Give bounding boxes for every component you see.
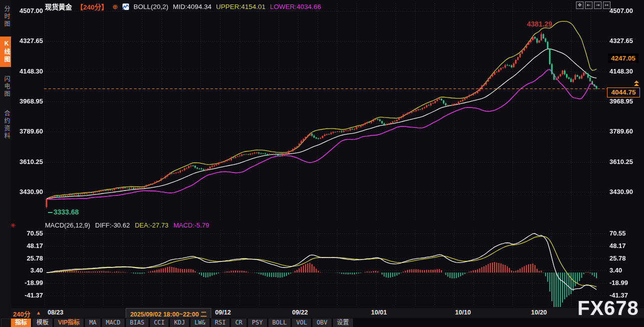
chart-header: 现货黄金 【240分】 ⊕ BOLL(20,2) MID:4094.34 UPP…	[45, 2, 321, 12]
left-sidebar: 分时图K线图闪电图合约资料	[0, 0, 11, 327]
toolbar-button[interactable]: MA	[85, 318, 100, 327]
price-macd-chart-canvas[interactable]	[0, 0, 644, 308]
timeframe-label: 【240分】	[76, 2, 108, 12]
toolbar-button[interactable]: MACD	[102, 318, 124, 327]
last-price-box: 4044.75	[607, 88, 640, 98]
window-controls: ✥⇤⇥↦	[576, 2, 610, 9]
indicator-toolbar: 指标模板VIP指标MAMACDBIASCCIKDJLW&RSICRPSYBOLL…	[11, 318, 644, 327]
toolbar-button[interactable]: CR	[231, 318, 246, 327]
fit-right-icon[interactable]: ⇥	[594, 2, 602, 9]
high-price-annotation: 4381.29	[527, 20, 552, 28]
toolbar-button[interactable]: 设置	[333, 318, 353, 327]
boll-params: BOLL(20,2)	[134, 3, 168, 10]
macd-header: MACD(26,12,9) DIFF:-30.62 DEA:-27.73 MAC…	[45, 222, 209, 229]
toolbar-button[interactable]: RSI	[211, 318, 230, 327]
boll-upper-value: UPPER:4154.01	[216, 3, 266, 10]
chart-application: 分时图K线图闪电图合约资料 现货黄金 【240分】 ⊕ BOLL(20,2) M…	[0, 0, 644, 327]
fit-left-icon[interactable]: ⇤	[585, 2, 592, 9]
toolbar-button[interactable]: LW&	[190, 318, 210, 327]
shift-right-icon[interactable]: ↦	[603, 2, 610, 9]
prev-settle-price-label: 4247.05	[608, 54, 638, 63]
fx678-watermark: FX678	[578, 297, 639, 320]
xaxis-strip: 240分 ▲ 2025/09/02 18:00~22:00 二 08/2309/…	[11, 308, 644, 318]
date-tick-label: 10/01	[371, 309, 386, 316]
macd-dea-value: DEA:-27.73	[135, 222, 168, 229]
toolbar-button[interactable]: BOLL	[268, 318, 291, 327]
toolbar-button[interactable]: VOL	[292, 318, 311, 327]
toolbar-button[interactable]: OBV	[312, 318, 332, 327]
sidebar-tab[interactable]: 合约资料	[0, 106, 11, 144]
toolbar-button[interactable]: KDJ	[170, 318, 189, 327]
macd-params: MACD(26,12,9)	[45, 222, 90, 229]
toolbar-button[interactable]: 模板	[32, 318, 52, 327]
date-tick-label: 10/10	[455, 309, 470, 316]
pan-icon[interactable]: ✥	[576, 2, 584, 9]
toolbar-corner-box	[1, 318, 11, 327]
instrument-name: 现货黄金	[45, 2, 72, 12]
sidebar-tab[interactable]: 闪电图	[0, 72, 11, 102]
macd-macd-value: MACD:-5.79	[174, 222, 210, 229]
toolbar-button[interactable]: VIP指标	[54, 318, 84, 327]
collapse-icon[interactable]: ⊕	[112, 3, 118, 10]
toolbar-button[interactable]: BIAS	[126, 318, 148, 327]
timeframe-up-arrow-icon[interactable]: ▲	[36, 310, 41, 316]
sidebar-tab[interactable]: K线图	[0, 36, 11, 67]
low-tick-mark	[48, 212, 52, 213]
date-tick-label: 09/22	[292, 309, 308, 316]
alert-star-icon: ✳	[10, 222, 16, 229]
toolbar-button[interactable]: CCI	[150, 318, 169, 327]
boll-indicator-icon	[122, 4, 129, 10]
date-tick-label: 09/12	[215, 309, 230, 316]
timeframe-indicator[interactable]: 240分	[13, 309, 30, 318]
low-price-annotation: 3333.68	[48, 208, 79, 216]
scroll-to-latest-icon[interactable]	[634, 80, 639, 86]
boll-mid-value: MID:4094.34	[173, 3, 212, 10]
macd-diff-value: DIFF:-30.62	[95, 222, 130, 229]
date-tick-label: 08/23	[48, 309, 63, 316]
chart-type-tabs: 分时图K线图闪电图合约资料	[0, 2, 11, 144]
date-tick-label: 10/20	[531, 309, 546, 316]
sidebar-tab[interactable]: 分时图	[0, 2, 11, 32]
toolbar-button[interactable]: PSY	[248, 318, 267, 327]
boll-lower-value: LOWER:4034.66	[270, 3, 321, 10]
toolbar-button[interactable]: 指标	[11, 318, 31, 327]
